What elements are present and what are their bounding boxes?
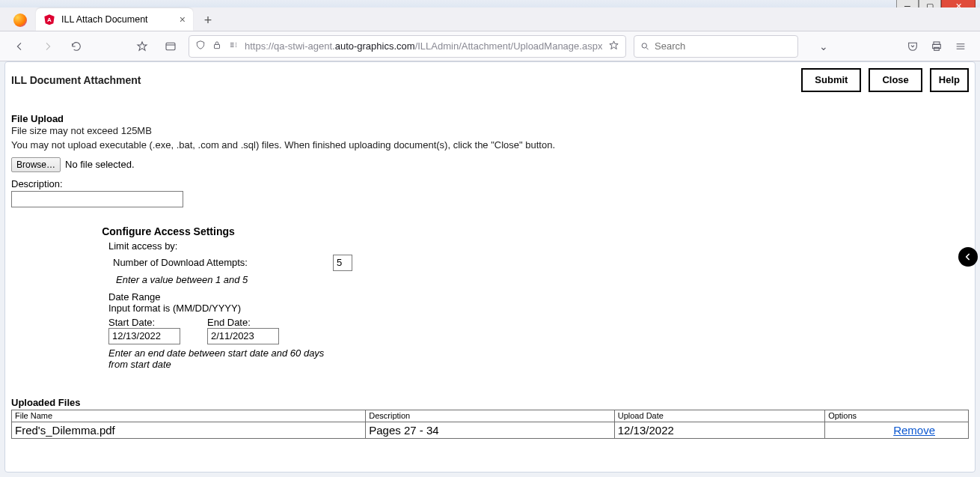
tab-title: ILL Attach Document bbox=[61, 14, 148, 25]
description-label: Description: bbox=[11, 178, 969, 189]
remove-link[interactable]: Remove bbox=[893, 424, 965, 437]
cell-description: Pages 27 - 34 bbox=[366, 422, 615, 438]
forward-button bbox=[37, 36, 58, 57]
window-titlebar bbox=[0, 0, 980, 7]
col-description: Description bbox=[366, 410, 615, 422]
end-date-input[interactable] bbox=[207, 328, 279, 344]
bookmark-star-icon[interactable] bbox=[132, 36, 153, 57]
download-attempts-hint: Enter a value between 1 and 5 bbox=[116, 274, 969, 285]
col-upload-date: Upload Date bbox=[614, 410, 824, 422]
cell-file-name: Fred's_Dilemma.pdf bbox=[12, 422, 366, 438]
date-format-hint: Input format is (MM/DD/YYYY) bbox=[108, 303, 969, 314]
close-button[interactable]: Close bbox=[869, 68, 922, 92]
tab-close-icon[interactable]: × bbox=[180, 13, 186, 25]
firefox-logo-icon bbox=[13, 13, 27, 27]
start-date-input[interactable] bbox=[108, 328, 180, 344]
end-date-label: End Date: bbox=[207, 317, 279, 328]
cell-upload-date: 12/13/2022 bbox=[614, 422, 824, 438]
file-size-hint: File size may not exceed 125MB bbox=[11, 124, 969, 139]
configure-heading: Configure Access Settings bbox=[71, 225, 266, 237]
url-text: https://qa-stwi-agent.auto-graphics.com/… bbox=[245, 40, 602, 52]
downloads-icon[interactable] bbox=[160, 36, 181, 57]
side-panel-expand-icon[interactable] bbox=[958, 247, 978, 267]
description-input[interactable] bbox=[11, 191, 183, 207]
submit-button[interactable]: Submit bbox=[801, 68, 861, 92]
reload-button[interactable] bbox=[66, 36, 87, 57]
overflow-chevron-icon[interactable]: ⌄ bbox=[806, 40, 842, 52]
svg-text:A: A bbox=[47, 16, 52, 23]
no-file-label: No file selected. bbox=[65, 159, 135, 170]
hamburger-menu-icon[interactable] bbox=[950, 36, 971, 57]
svg-rect-3 bbox=[215, 44, 220, 48]
svg-rect-7 bbox=[934, 47, 940, 50]
help-button[interactable]: Help bbox=[930, 68, 969, 92]
bookmark-page-icon[interactable] bbox=[608, 40, 619, 53]
pocket-icon[interactable] bbox=[902, 36, 923, 57]
page-title: ILL Document Attachment bbox=[11, 74, 141, 86]
angular-favicon-icon: A bbox=[43, 13, 55, 25]
svg-point-4 bbox=[643, 43, 647, 47]
start-date-label: Start Date: bbox=[108, 317, 180, 328]
file-type-hint: You may not upload executable (.exe, .ba… bbox=[11, 139, 969, 153]
download-attempts-label: Number of Download Attempts: bbox=[113, 257, 248, 268]
uploaded-files-heading: Uploaded Files bbox=[11, 397, 969, 408]
download-attempts-input[interactable] bbox=[333, 255, 352, 271]
browser-tab[interactable]: A ILL Attach Document × bbox=[36, 8, 193, 31]
lock-icon bbox=[212, 40, 222, 52]
search-icon bbox=[640, 41, 650, 52]
svg-point-8 bbox=[964, 252, 973, 262]
print-icon[interactable] bbox=[926, 36, 947, 57]
file-upload-heading: File Upload bbox=[11, 113, 969, 124]
new-tab-button[interactable]: + bbox=[197, 10, 218, 31]
end-date-hint: Enter an end date between start date and… bbox=[108, 347, 333, 370]
search-bar[interactable] bbox=[634, 35, 798, 58]
shield-icon bbox=[195, 40, 206, 52]
svg-rect-2 bbox=[166, 43, 175, 49]
date-range-label: Date Range bbox=[108, 291, 969, 303]
table-row: Fred's_Dilemma.pdf Pages 27 - 34 12/13/2… bbox=[12, 422, 969, 438]
col-options: Options bbox=[825, 410, 969, 422]
back-button[interactable] bbox=[9, 36, 30, 57]
uploaded-files-table: File Name Description Upload Date Option… bbox=[11, 410, 969, 439]
browse-button[interactable]: Browse… bbox=[11, 157, 61, 172]
search-input[interactable] bbox=[655, 40, 791, 52]
url-bar[interactable]: https://qa-stwi-agent.auto-graphics.com/… bbox=[189, 35, 626, 58]
col-file-name: File Name bbox=[12, 410, 366, 422]
permissions-icon bbox=[228, 40, 239, 52]
limit-access-label: Limit access by: bbox=[108, 240, 969, 252]
